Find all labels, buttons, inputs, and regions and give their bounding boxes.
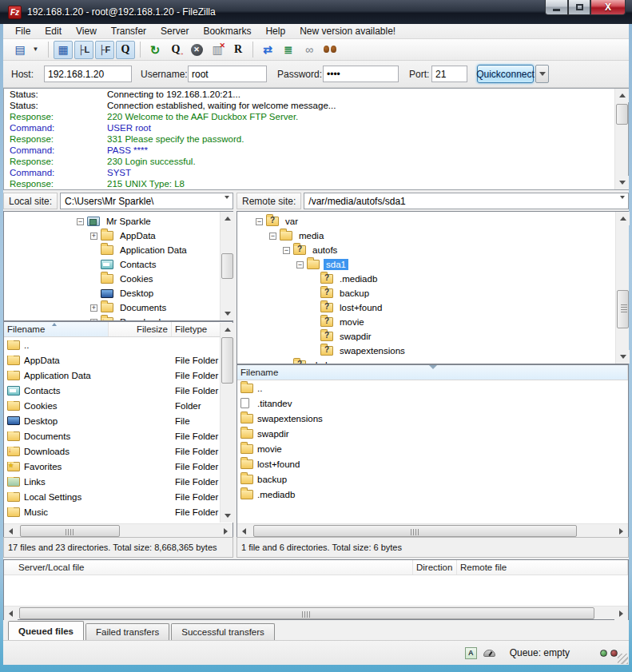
column-header-direction[interactable]: Direction: [413, 560, 457, 575]
tree-item[interactable]: lost+found: [237, 300, 628, 315]
remote-tree-vertical-scrollbar[interactable]: [615, 212, 629, 364]
scroll-down-icon[interactable]: [225, 312, 231, 316]
tree-item[interactable]: AppData: [4, 229, 233, 243]
scroll-left-icon[interactable]: [9, 610, 13, 617]
maximize-button[interactable]: [568, 0, 590, 15]
file-row[interactable]: lost+found: [237, 456, 628, 471]
column-header-server-local-file[interactable]: Server/Local file: [4, 560, 413, 575]
tree-item[interactable]: swapdir: [237, 329, 628, 344]
expander-icon[interactable]: [256, 218, 263, 225]
tree-item[interactable]: autofs: [237, 243, 628, 257]
cancel-button[interactable]: ✕: [187, 41, 206, 59]
menu-item[interactable]: Edit: [38, 24, 69, 38]
file-row[interactable]: AppData File Folder: [4, 352, 233, 368]
scroll-right-icon[interactable]: [619, 610, 623, 617]
tree-item[interactable]: media: [237, 229, 628, 243]
scroll-up-icon[interactable]: [225, 217, 231, 221]
local-directory-tree[interactable]: Mr Sparkle AppData Application Data Cont…: [3, 211, 233, 321]
tree-item[interactable]: sda1: [237, 257, 628, 272]
menu-item[interactable]: Server: [153, 24, 196, 38]
file-row[interactable]: Cookies Folder: [4, 398, 233, 413]
tree-item[interactable]: Cookies: [4, 272, 233, 286]
expander-icon[interactable]: [90, 233, 97, 240]
synchronized-browsing-button[interactable]: ∞: [300, 41, 319, 59]
menu-item[interactable]: Help: [258, 24, 292, 38]
file-row[interactable]: Application Data File Folder: [4, 368, 233, 383]
chevron-down-icon[interactable]: [620, 196, 625, 210]
remote-site-combobox[interactable]: /var/media/autofs/sda1: [304, 193, 629, 209]
queue-tab[interactable]: Failed transfers: [85, 623, 169, 640]
chevron-down-icon[interactable]: [225, 196, 229, 210]
toggle-remote-tree-button[interactable]: ├F: [95, 41, 114, 59]
scrollbar-thumb[interactable]: [221, 253, 233, 279]
expander-icon[interactable]: [283, 247, 290, 254]
filter-listings-button[interactable]: ≣: [279, 41, 298, 59]
local-tree-vertical-scrollbar[interactable]: [220, 212, 233, 320]
remote-list-horizontal-scrollbar[interactable]: [237, 523, 628, 537]
scroll-up-icon[interactable]: [619, 93, 626, 97]
tree-item[interactable]: .mediadb: [237, 272, 628, 286]
username-input[interactable]: [188, 66, 267, 82]
scrollbar-thumb[interactable]: [616, 104, 628, 125]
local-list-horizontal-scrollbar[interactable]: [4, 523, 233, 537]
tree-item[interactable]: Application Data: [4, 243, 233, 257]
quickconnect-dropdown[interactable]: [535, 65, 549, 83]
local-list-vertical-scrollbar[interactable]: [220, 323, 233, 523]
scrollbar-thumb[interactable]: [617, 290, 629, 328]
expander-icon[interactable]: [90, 304, 97, 312]
queue-tab[interactable]: Successful transfers: [171, 623, 275, 640]
file-row[interactable]: swapdir: [237, 426, 628, 441]
tree-item[interactable]: Documents: [4, 300, 233, 315]
tree-item[interactable]: dvd: [237, 358, 628, 364]
file-row[interactable]: Downloads File Folder: [4, 443, 233, 459]
file-row[interactable]: .titandev: [237, 396, 628, 411]
file-row[interactable]: Links File Folder: [4, 474, 233, 489]
refresh-button[interactable]: ↻: [145, 41, 165, 59]
scrollbar-thumb[interactable]: [19, 607, 594, 619]
remote-directory-tree[interactable]: var media autofs sda1 .mediadb back: [237, 211, 629, 364]
column-header-filename[interactable]: Filename: [4, 322, 109, 336]
file-row[interactable]: Favorites File Folder: [4, 459, 233, 474]
menu-item[interactable]: Bookmarks: [196, 24, 258, 38]
reconnect-button[interactable]: R: [229, 41, 248, 59]
panel-collapse-icon[interactable]: [429, 365, 437, 369]
transfer-type-icon[interactable]: A: [465, 647, 477, 659]
tree-item[interactable]: Contacts: [4, 257, 233, 272]
tree-item[interactable]: Mr Sparkle: [4, 214, 233, 229]
tree-item[interactable]: movie: [237, 315, 628, 329]
disconnect-button[interactable]: ▥: [208, 41, 227, 59]
file-row[interactable]: movie: [237, 441, 628, 456]
tree-item[interactable]: var: [237, 214, 628, 229]
file-row[interactable]: ..: [4, 337, 233, 352]
scroll-left-icon[interactable]: [242, 528, 246, 535]
column-header-remote-file[interactable]: Remote file: [457, 560, 628, 575]
file-row[interactable]: Local Settings File Folder: [4, 489, 233, 504]
scroll-left-icon[interactable]: [9, 528, 13, 535]
port-input[interactable]: [431, 66, 467, 82]
file-row[interactable]: ..: [237, 380, 628, 396]
tree-item[interactable]: backup: [237, 286, 628, 300]
quickconnect-button[interactable]: Quickconnect: [477, 65, 534, 83]
scroll-up-icon[interactable]: [620, 217, 626, 221]
scrollbar-thumb[interactable]: [221, 337, 233, 384]
host-input[interactable]: [44, 66, 132, 82]
process-queue-button[interactable]: Q: [166, 41, 185, 59]
menu-item[interactable]: Transfer: [104, 24, 153, 38]
title-bar[interactable]: Fz 192.168.1.20 - root@192.168.1.20 - Fi…: [0, 0, 632, 24]
tree-item[interactable]: Desktop: [4, 286, 233, 300]
scroll-up-icon[interactable]: [225, 328, 231, 332]
expander-icon[interactable]: [296, 261, 304, 268]
scroll-down-icon[interactable]: [619, 181, 626, 185]
resize-grip[interactable]: [618, 654, 628, 664]
scroll-right-icon[interactable]: [224, 528, 228, 535]
site-manager-dropdown[interactable]: ▼: [30, 41, 41, 59]
file-row[interactable]: Desktop File: [4, 413, 233, 428]
file-row[interactable]: Contacts File Folder: [4, 383, 233, 398]
menu-item[interactable]: New version available!: [292, 24, 403, 38]
toggle-message-log-button[interactable]: ▦: [54, 41, 73, 59]
file-row[interactable]: backup: [237, 471, 628, 487]
expander-icon[interactable]: [269, 233, 276, 240]
site-manager-button[interactable]: ▤: [10, 41, 30, 59]
file-row[interactable]: swapextensions: [237, 411, 628, 426]
scroll-down-icon[interactable]: [225, 514, 231, 518]
